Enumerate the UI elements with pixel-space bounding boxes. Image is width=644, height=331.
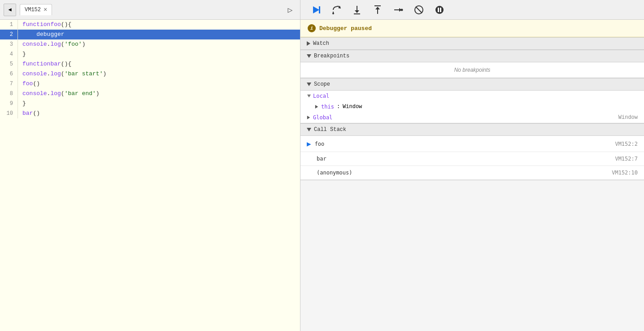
- scope-local-header[interactable]: Local: [300, 91, 644, 101]
- scope-collapse-icon: [307, 83, 311, 86]
- code-line-2: 2 debugger: [0, 30, 300, 39]
- watch-collapse-icon: [307, 41, 310, 46]
- tab-close-button[interactable]: ×: [44, 6, 47, 13]
- call-stack-anon-name: (anonymous): [307, 170, 352, 176]
- resume-button[interactable]: [309, 4, 322, 16]
- code-line-4: 4 }: [0, 49, 300, 59]
- line-content-3: console.log('foo'): [18, 39, 300, 49]
- paused-text: Debugger paused: [319, 25, 372, 32]
- step-into-button[interactable]: [351, 4, 363, 16]
- line-content-5: function bar(){: [18, 59, 300, 69]
- code-line-1: 1 function foo(){: [0, 20, 300, 30]
- scope-global-value: Window: [618, 114, 638, 121]
- call-stack-bar-location: VM152:7: [615, 156, 638, 162]
- svg-line-15: [416, 7, 422, 13]
- call-stack-foo-left: ▶ foo: [307, 139, 324, 148]
- scope-global-label: Global: [313, 114, 332, 121]
- svg-rect-17: [438, 8, 439, 12]
- svg-rect-18: [440, 8, 441, 12]
- step-over-button[interactable]: [330, 4, 343, 16]
- step-over-icon: [331, 5, 341, 15]
- line-content-6: console.log('bar start'): [18, 69, 300, 79]
- step-out-icon: [373, 5, 383, 15]
- call-stack-foo-location: VM152:2: [615, 141, 638, 147]
- main-content: 1 function foo(){ 2 debugger 3 console.l…: [0, 20, 644, 331]
- scope-this-key: this: [321, 104, 334, 110]
- line-number-1: 1: [0, 20, 18, 30]
- watch-section-header[interactable]: Watch: [300, 37, 644, 50]
- code-line-3: 3 console.log('foo'): [0, 39, 300, 49]
- local-collapse-icon: [307, 95, 311, 97]
- line-content-2: debugger: [18, 30, 300, 39]
- resume-icon: [311, 5, 321, 15]
- no-breakpoints-text: No breakpoints: [300, 62, 644, 78]
- call-stack-content: ▶ foo VM152:2 bar VM152:7 (anonymous) VM…: [300, 136, 644, 180]
- line-content-8: console.log('bar end'): [18, 89, 300, 99]
- run-icon: ▷: [288, 5, 293, 15]
- code-line-10: 10 bar(): [0, 109, 300, 118]
- back-icon: ◀: [8, 6, 11, 13]
- run-button[interactable]: ▷: [284, 4, 296, 16]
- breakpoints-label: Breakpoints: [314, 53, 349, 59]
- scope-section-header[interactable]: Scope: [300, 78, 644, 91]
- line-number-10: 10: [0, 109, 18, 118]
- deactivate-breakpoints-button[interactable]: [413, 4, 425, 16]
- breakpoints-section-header[interactable]: Breakpoints: [300, 50, 644, 62]
- breakpoints-content: No breakpoints: [300, 62, 644, 78]
- line-content-7: foo(): [18, 79, 300, 89]
- step-icon: [393, 5, 403, 15]
- line-content-4: }: [18, 49, 300, 59]
- svg-marker-6: [355, 10, 359, 13]
- call-stack-foo-name: foo: [315, 141, 325, 147]
- code-line-9: 9 }: [0, 99, 300, 109]
- line-number-6: 6: [0, 69, 18, 79]
- scope-label: Scope: [314, 81, 330, 87]
- call-stack-anon-location: VM152:10: [612, 170, 638, 176]
- step-button[interactable]: [392, 4, 405, 16]
- scope-global-item[interactable]: Global Window: [300, 112, 644, 123]
- svg-marker-9: [375, 7, 380, 9]
- line-number-2: 2: [0, 30, 18, 39]
- back-button[interactable]: ◀: [4, 4, 16, 16]
- call-stack-active-arrow: ▶: [307, 139, 311, 148]
- call-stack-item-anonymous[interactable]: (anonymous) VM152:10: [300, 166, 644, 180]
- tab-label: VM152: [25, 7, 41, 13]
- call-stack-bar-left: bar: [307, 156, 326, 162]
- line-number-7: 7: [0, 79, 18, 89]
- svg-point-16: [435, 6, 444, 14]
- scope-this-item[interactable]: this : Window: [300, 101, 644, 112]
- call-stack-section-header[interactable]: Call Stack: [300, 123, 644, 136]
- toolbar-left: ◀ VM152 × ▷: [0, 0, 300, 19]
- right-panel: i Debugger paused Watch Breakpoints No b…: [300, 20, 644, 331]
- line-content-10: bar(): [18, 109, 300, 118]
- deactivate-icon: [414, 5, 424, 15]
- breakpoints-collapse-icon: [307, 54, 311, 58]
- global-expand-icon: [307, 116, 310, 119]
- local-label: Local: [313, 93, 329, 99]
- watch-label: Watch: [313, 40, 329, 47]
- step-out-button[interactable]: [371, 4, 384, 16]
- pause-exceptions-button[interactable]: [433, 4, 446, 16]
- call-stack-label: Call Stack: [314, 126, 346, 133]
- svg-point-4: [332, 13, 334, 14]
- line-number-5: 5: [0, 59, 18, 69]
- code-line-5: 5 function bar(){: [0, 59, 300, 69]
- call-stack-item-bar[interactable]: bar VM152:7: [300, 152, 644, 166]
- svg-marker-0: [313, 6, 319, 13]
- code-line-7: 7 foo(): [0, 79, 300, 89]
- call-stack-collapse-icon: [307, 128, 311, 131]
- call-stack-bar-name: bar: [307, 156, 326, 162]
- line-content-1: function foo(){: [18, 20, 300, 30]
- call-stack-anon-left: (anonymous): [307, 170, 352, 176]
- call-stack-item-foo[interactable]: ▶ foo VM152:2: [300, 136, 644, 152]
- pause-exceptions-icon: [435, 5, 444, 15]
- debugger-paused-banner: i Debugger paused: [300, 20, 644, 37]
- code-panel[interactable]: 1 function foo(){ 2 debugger 3 console.l…: [0, 20, 300, 331]
- source-tab[interactable]: VM152 ×: [20, 4, 52, 15]
- scope-this-value: Window: [343, 104, 362, 110]
- line-number-3: 3: [0, 39, 18, 49]
- line-content-9: }: [18, 99, 300, 109]
- line-number-8: 8: [0, 89, 18, 99]
- line-number-4: 4: [0, 49, 18, 59]
- code-line-6: 6 console.log('bar start'): [0, 69, 300, 79]
